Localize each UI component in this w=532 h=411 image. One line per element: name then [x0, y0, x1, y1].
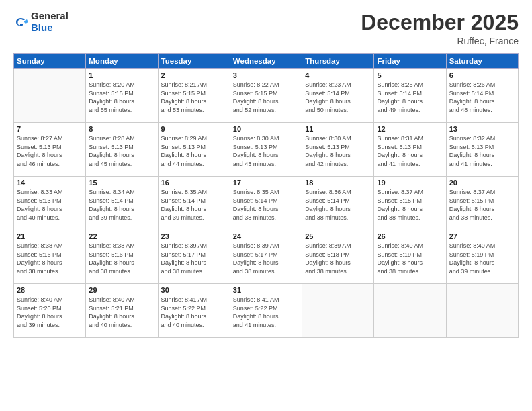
week-row-3: 21Sunrise: 8:38 AMSunset: 5:16 PMDayligh… — [14, 230, 519, 284]
day-number: 1 — [89, 71, 154, 79]
week-row-4: 28Sunrise: 8:40 AMSunset: 5:20 PMDayligh… — [14, 284, 519, 338]
day-number: 25 — [305, 232, 371, 240]
location: Ruffec, France — [361, 36, 519, 46]
col-saturday: Saturday — [446, 54, 518, 69]
logo: General Blue — [13, 11, 69, 33]
day-number: 12 — [377, 125, 443, 133]
day-cell: 24Sunrise: 8:39 AMSunset: 5:17 PMDayligh… — [230, 230, 302, 284]
day-info: Sunrise: 8:30 AMSunset: 5:13 PMDaylight:… — [305, 134, 371, 168]
day-info: Sunrise: 8:36 AMSunset: 5:14 PMDaylight:… — [305, 188, 371, 222]
day-info: Sunrise: 8:41 AMSunset: 5:22 PMDaylight:… — [233, 295, 299, 329]
day-number: 6 — [449, 71, 515, 79]
day-info: Sunrise: 8:33 AMSunset: 5:13 PMDaylight:… — [17, 188, 83, 222]
day-number: 7 — [17, 125, 83, 133]
day-cell: 16Sunrise: 8:35 AMSunset: 5:14 PMDayligh… — [158, 177, 230, 230]
day-cell: 5Sunrise: 8:25 AMSunset: 5:14 PMDaylight… — [374, 69, 446, 123]
day-cell — [302, 284, 374, 338]
col-thursday: Thursday — [302, 54, 374, 69]
day-number: 11 — [305, 125, 371, 133]
day-cell: 14Sunrise: 8:33 AMSunset: 5:13 PMDayligh… — [14, 177, 86, 230]
day-cell: 8Sunrise: 8:28 AMSunset: 5:13 PMDaylight… — [86, 123, 158, 177]
logo-general: General — [31, 11, 69, 22]
day-cell: 17Sunrise: 8:35 AMSunset: 5:14 PMDayligh… — [230, 177, 302, 230]
day-number: 14 — [17, 179, 83, 187]
day-cell: 3Sunrise: 8:22 AMSunset: 5:15 PMDaylight… — [230, 69, 302, 123]
day-number: 10 — [233, 125, 299, 133]
day-info: Sunrise: 8:30 AMSunset: 5:13 PMDaylight:… — [233, 134, 299, 168]
col-wednesday: Wednesday — [230, 54, 302, 69]
day-cell: 11Sunrise: 8:30 AMSunset: 5:13 PMDayligh… — [302, 123, 374, 177]
day-info: Sunrise: 8:38 AMSunset: 5:16 PMDaylight:… — [17, 242, 83, 275]
day-info: Sunrise: 8:40 AMSunset: 5:19 PMDaylight:… — [449, 242, 515, 275]
day-info: Sunrise: 8:35 AMSunset: 5:14 PMDaylight:… — [233, 188, 299, 222]
day-number: 21 — [17, 232, 83, 240]
day-info: Sunrise: 8:25 AMSunset: 5:14 PMDaylight:… — [377, 81, 443, 114]
logo-icon — [13, 15, 28, 30]
day-info: Sunrise: 8:23 AMSunset: 5:14 PMDaylight:… — [305, 81, 371, 114]
day-cell: 9Sunrise: 8:29 AMSunset: 5:13 PMDaylight… — [158, 123, 230, 177]
day-info: Sunrise: 8:28 AMSunset: 5:13 PMDaylight:… — [89, 134, 154, 168]
day-cell: 25Sunrise: 8:39 AMSunset: 5:18 PMDayligh… — [302, 230, 374, 284]
day-info: Sunrise: 8:26 AMSunset: 5:14 PMDaylight:… — [449, 81, 515, 114]
day-cell — [374, 284, 446, 338]
day-number: 2 — [161, 71, 227, 79]
day-cell: 10Sunrise: 8:30 AMSunset: 5:13 PMDayligh… — [230, 123, 302, 177]
day-number: 16 — [161, 179, 227, 187]
day-number: 22 — [89, 232, 154, 240]
day-info: Sunrise: 8:29 AMSunset: 5:13 PMDaylight:… — [161, 134, 227, 168]
day-cell: 20Sunrise: 8:37 AMSunset: 5:15 PMDayligh… — [446, 177, 518, 230]
day-cell: 29Sunrise: 8:40 AMSunset: 5:21 PMDayligh… — [86, 284, 158, 338]
day-number: 3 — [233, 71, 299, 79]
day-info: Sunrise: 8:32 AMSunset: 5:13 PMDaylight:… — [449, 134, 515, 168]
day-number: 18 — [305, 179, 371, 187]
day-number: 30 — [161, 286, 227, 294]
day-cell: 26Sunrise: 8:40 AMSunset: 5:19 PMDayligh… — [374, 230, 446, 284]
day-number: 28 — [17, 286, 83, 294]
day-cell: 15Sunrise: 8:34 AMSunset: 5:14 PMDayligh… — [86, 177, 158, 230]
day-info: Sunrise: 8:37 AMSunset: 5:15 PMDaylight:… — [377, 188, 443, 222]
day-number: 27 — [449, 232, 515, 240]
day-number: 29 — [89, 286, 154, 294]
day-number: 9 — [161, 125, 227, 133]
day-cell — [446, 284, 518, 338]
day-cell: 7Sunrise: 8:27 AMSunset: 5:13 PMDaylight… — [14, 123, 86, 177]
day-info: Sunrise: 8:22 AMSunset: 5:15 PMDaylight:… — [233, 81, 299, 114]
logo-text: General Blue — [31, 11, 69, 33]
day-cell: 13Sunrise: 8:32 AMSunset: 5:13 PMDayligh… — [446, 123, 518, 177]
day-cell: 12Sunrise: 8:31 AMSunset: 5:13 PMDayligh… — [374, 123, 446, 177]
day-info: Sunrise: 8:40 AMSunset: 5:20 PMDaylight:… — [17, 295, 83, 329]
col-tuesday: Tuesday — [158, 54, 230, 69]
day-info: Sunrise: 8:35 AMSunset: 5:14 PMDaylight:… — [161, 188, 227, 222]
day-info: Sunrise: 8:39 AMSunset: 5:17 PMDaylight:… — [161, 242, 227, 275]
day-cell: 21Sunrise: 8:38 AMSunset: 5:16 PMDayligh… — [14, 230, 86, 284]
header-row: Sunday Monday Tuesday Wednesday Thursday… — [14, 54, 519, 69]
day-info: Sunrise: 8:41 AMSunset: 5:22 PMDaylight:… — [161, 295, 227, 329]
col-friday: Friday — [374, 54, 446, 69]
col-monday: Monday — [86, 54, 158, 69]
day-cell: 1Sunrise: 8:20 AMSunset: 5:15 PMDaylight… — [86, 69, 158, 123]
day-info: Sunrise: 8:31 AMSunset: 5:13 PMDaylight:… — [377, 134, 443, 168]
day-number: 15 — [89, 179, 154, 187]
week-row-2: 14Sunrise: 8:33 AMSunset: 5:13 PMDayligh… — [14, 177, 519, 230]
day-cell: 2Sunrise: 8:21 AMSunset: 5:15 PMDaylight… — [158, 69, 230, 123]
week-row-1: 7Sunrise: 8:27 AMSunset: 5:13 PMDaylight… — [14, 123, 519, 177]
day-cell: 6Sunrise: 8:26 AMSunset: 5:14 PMDaylight… — [446, 69, 518, 123]
day-number: 19 — [377, 179, 443, 187]
day-info: Sunrise: 8:21 AMSunset: 5:15 PMDaylight:… — [161, 81, 227, 114]
header: General Blue December 2025 Ruffec, Franc… — [13, 11, 519, 46]
day-info: Sunrise: 8:40 AMSunset: 5:21 PMDaylight:… — [89, 295, 154, 329]
day-number: 13 — [449, 125, 515, 133]
day-cell: 4Sunrise: 8:23 AMSunset: 5:14 PMDaylight… — [302, 69, 374, 123]
day-number: 5 — [377, 71, 443, 79]
day-number: 26 — [377, 232, 443, 240]
week-row-0: 1Sunrise: 8:20 AMSunset: 5:15 PMDaylight… — [14, 69, 519, 123]
logo-blue: Blue — [31, 22, 69, 34]
day-cell: 18Sunrise: 8:36 AMSunset: 5:14 PMDayligh… — [302, 177, 374, 230]
col-sunday: Sunday — [14, 54, 86, 69]
day-info: Sunrise: 8:27 AMSunset: 5:13 PMDaylight:… — [17, 134, 83, 168]
day-number: 31 — [233, 286, 299, 294]
day-info: Sunrise: 8:20 AMSunset: 5:15 PMDaylight:… — [89, 81, 154, 114]
day-cell — [14, 69, 86, 123]
day-info: Sunrise: 8:39 AMSunset: 5:17 PMDaylight:… — [233, 242, 299, 275]
title-block: December 2025 Ruffec, France — [361, 11, 519, 46]
